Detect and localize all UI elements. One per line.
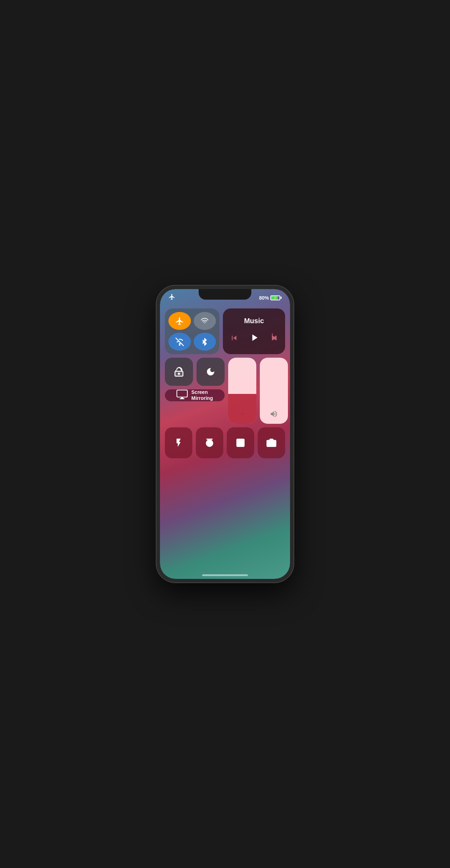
svg-line-15 [244,411,245,411]
battery-icon: ⚡ [270,295,282,300]
connectivity-panel [165,308,219,354]
phone-frame: 80% ⚡ [156,286,294,582]
music-controls [230,332,279,346]
svg-line-10 [239,411,240,411]
sliders-pair [228,358,288,424]
music-panel[interactable]: Music [223,308,285,354]
camera-button[interactable] [258,427,285,458]
volume-icon [270,410,278,420]
cc-row-bottom [165,427,285,458]
music-title: Music [244,317,264,325]
do-not-disturb-button[interactable] [197,358,225,386]
music-forward-button[interactable] [270,333,279,345]
left-tools-col: Screen Mirroring [165,358,225,401]
music-rewind-button[interactable] [230,333,239,345]
bluetooth-button[interactable] [194,333,216,351]
svg-rect-5 [177,390,187,397]
wifi-button[interactable] [168,333,191,351]
cc-row-1: Music [165,308,285,354]
cellular-button[interactable] [194,312,216,330]
phone-screen: 80% ⚡ [160,289,290,579]
svg-line-11 [244,416,245,416]
brightness-slider[interactable] [228,358,256,424]
svg-point-7 [240,412,244,416]
control-center: Music [165,308,285,458]
calculator-button[interactable] [227,427,254,458]
battery-percent: 80% [259,295,269,301]
svg-point-1 [179,344,180,345]
svg-point-4 [178,373,180,375]
brightness-icon [238,410,246,420]
screen-mirroring-label: Screen Mirroring [191,389,213,401]
rotation-lock-button[interactable] [165,358,193,386]
screen-mirroring-button[interactable]: Screen Mirroring [165,389,225,401]
tools-row [165,358,225,386]
airplane-mode-button[interactable] [168,312,191,330]
home-indicator[interactable] [202,574,248,576]
battery-area: 80% ⚡ [259,295,282,301]
flashlight-button[interactable] [165,427,192,458]
notch [199,289,251,300]
music-play-button[interactable] [249,332,260,346]
svg-point-18 [270,442,273,445]
brightness-fill-light [228,358,256,394]
svg-line-14 [239,416,240,416]
airplane-mode-icon [168,293,175,302]
cc-row-2: Screen Mirroring [165,358,285,424]
volume-slider[interactable] [260,358,288,424]
timer-button[interactable] [196,427,223,458]
screen-mirror-icon [176,390,188,401]
